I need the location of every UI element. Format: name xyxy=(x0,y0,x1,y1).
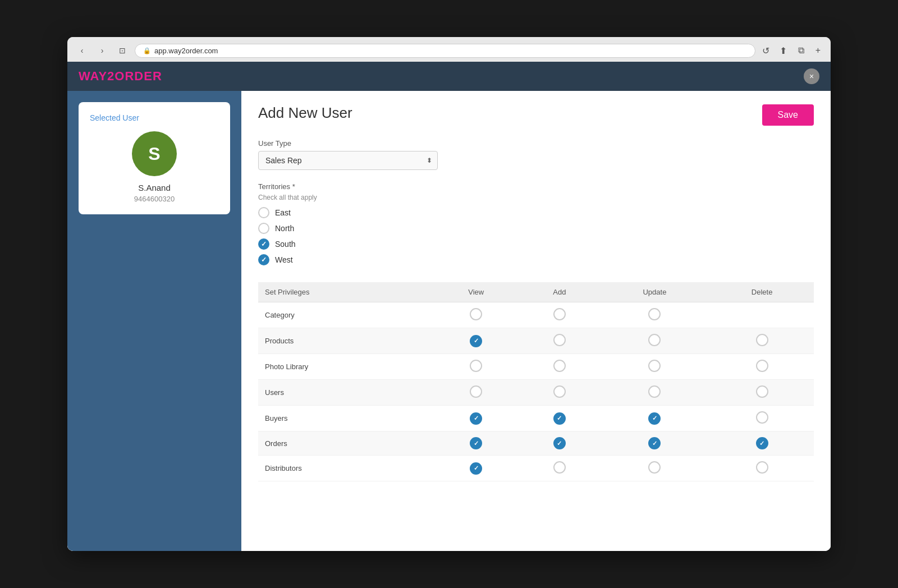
col-delete: Delete xyxy=(710,282,814,302)
territory-west-label: West xyxy=(275,255,293,264)
app-container: WAY2ORDER × Selected User S S.Anand 9464… xyxy=(67,62,831,551)
buyers-add-checkbox[interactable] xyxy=(553,412,566,425)
products-delete-checkbox[interactable] xyxy=(756,334,768,346)
territory-west: West xyxy=(258,254,814,265)
privilege-label: Buyers xyxy=(258,406,432,431)
orders-add-checkbox[interactable] xyxy=(553,437,566,449)
new-tab-button[interactable]: + xyxy=(812,43,824,58)
privilege-label: Distributors xyxy=(258,456,432,481)
privilege-label: Photo Library xyxy=(258,354,432,380)
top-nav: WAY2ORDER × xyxy=(67,62,831,91)
tabs-button[interactable]: ⧉ xyxy=(795,43,808,58)
distributors-view-checkbox[interactable] xyxy=(470,462,482,475)
table-row: Products xyxy=(258,328,814,354)
users-view-checkbox[interactable] xyxy=(470,385,482,398)
privilege-label: Products xyxy=(258,328,432,354)
close-nav-button[interactable]: × xyxy=(804,68,819,84)
orders-view-checkbox[interactable] xyxy=(470,437,482,449)
territory-east-label: East xyxy=(275,208,291,217)
territories-label: Territories xyxy=(258,182,290,191)
reload-button[interactable]: ↺ xyxy=(760,43,772,58)
territory-east-checkbox[interactable] xyxy=(258,207,269,218)
distributors-delete-checkbox[interactable] xyxy=(756,461,768,474)
table-row: Orders xyxy=(258,431,814,456)
category-update-checkbox[interactable] xyxy=(648,308,661,320)
products-update-checkbox[interactable] xyxy=(648,334,661,346)
table-row: Photo Library xyxy=(258,354,814,380)
url-text: app.way2order.com xyxy=(154,47,218,55)
territory-north: North xyxy=(258,223,814,234)
user-type-section: User Type Sales Rep Admin Manager ⬍ xyxy=(258,139,814,170)
avatar: S xyxy=(132,131,177,176)
category-view-checkbox[interactable] xyxy=(470,308,482,320)
logo-part1: WAY xyxy=(79,69,107,83)
back-button[interactable]: ‹ xyxy=(74,43,90,58)
privileges-header-row: Set Privileges View Add Update Delete xyxy=(258,282,814,302)
col-view: View xyxy=(432,282,520,302)
browser-chrome: ‹ › ⊡ 🔒 app.way2order.com ↺ ⬆ ⧉ + xyxy=(67,37,831,62)
table-row: Buyers xyxy=(258,406,814,431)
address-bar[interactable]: 🔒 app.way2order.com xyxy=(135,44,755,58)
save-button[interactable]: Save xyxy=(762,104,814,126)
territory-south-label: South xyxy=(275,240,296,249)
table-row: Distributors xyxy=(258,456,814,481)
user-phone: 9464600320 xyxy=(90,195,219,203)
content-area: Add New User Save User Type Sales Rep Ad… xyxy=(241,91,831,551)
privilege-label: Category xyxy=(258,302,432,328)
col-update: Update xyxy=(599,282,711,302)
forward-button[interactable]: › xyxy=(94,43,110,58)
territory-south-checkbox[interactable] xyxy=(258,238,269,250)
page-title: Add New User xyxy=(258,104,352,122)
user-name: S.Anand xyxy=(90,183,219,192)
user-type-select-wrapper: Sales Rep Admin Manager ⬍ xyxy=(258,151,438,170)
table-row: Users xyxy=(258,380,814,406)
photolibrary-update-checkbox[interactable] xyxy=(648,360,661,372)
territories-required-marker: * xyxy=(290,182,295,191)
territory-north-label: North xyxy=(275,224,294,233)
sidebar: Selected User S S.Anand 9464600320 xyxy=(67,91,241,551)
privileges-table: Set Privileges View Add Update Delete Ca… xyxy=(258,282,814,481)
logo: WAY2ORDER xyxy=(79,69,162,84)
user-type-label: User Type xyxy=(258,139,814,148)
browser-window: ‹ › ⊡ 🔒 app.way2order.com ↺ ⬆ ⧉ + WAY2OR… xyxy=(67,37,831,551)
col-add: Add xyxy=(520,282,599,302)
tab-overview-button[interactable]: ⊡ xyxy=(114,43,130,58)
territory-west-checkbox[interactable] xyxy=(258,254,269,265)
selected-user-label: Selected User xyxy=(90,113,219,122)
distributors-update-checkbox[interactable] xyxy=(648,461,661,474)
logo-part3: ORDER xyxy=(114,69,162,83)
buyers-view-checkbox[interactable] xyxy=(470,412,482,425)
logo-part2: 2 xyxy=(107,69,114,83)
photolibrary-delete-checkbox[interactable] xyxy=(756,360,768,372)
distributors-add-checkbox[interactable] xyxy=(553,461,566,474)
user-type-select[interactable]: Sales Rep Admin Manager xyxy=(258,151,438,170)
products-add-checkbox[interactable] xyxy=(553,334,566,346)
orders-delete-checkbox[interactable] xyxy=(756,437,768,449)
territory-north-checkbox[interactable] xyxy=(258,223,269,234)
users-delete-checkbox[interactable] xyxy=(756,385,768,398)
photolibrary-view-checkbox[interactable] xyxy=(470,360,482,372)
territories-hint: Check all that apply xyxy=(258,194,814,201)
col-set-privileges: Set Privileges xyxy=(258,282,432,302)
products-view-checkbox[interactable] xyxy=(470,335,482,347)
orders-update-checkbox[interactable] xyxy=(648,437,661,449)
users-add-checkbox[interactable] xyxy=(553,385,566,398)
territory-east: East xyxy=(258,207,814,218)
photolibrary-add-checkbox[interactable] xyxy=(553,360,566,372)
main-layout: Selected User S S.Anand 9464600320 Add N… xyxy=(67,91,831,551)
content-header: Add New User Save xyxy=(258,104,814,126)
share-button[interactable]: ⬆ xyxy=(776,43,790,58)
category-add-checkbox[interactable] xyxy=(553,308,566,320)
territories-section: Territories * Check all that apply East … xyxy=(258,181,814,265)
table-row: Category xyxy=(258,302,814,328)
user-card: Selected User S S.Anand 9464600320 xyxy=(79,102,230,214)
privilege-label: Orders xyxy=(258,431,432,456)
lock-icon: 🔒 xyxy=(143,47,151,54)
privilege-label: Users xyxy=(258,380,432,406)
territory-south: South xyxy=(258,238,814,250)
buyers-update-checkbox[interactable] xyxy=(648,412,661,425)
users-update-checkbox[interactable] xyxy=(648,385,661,398)
buyers-delete-checkbox[interactable] xyxy=(756,411,768,424)
